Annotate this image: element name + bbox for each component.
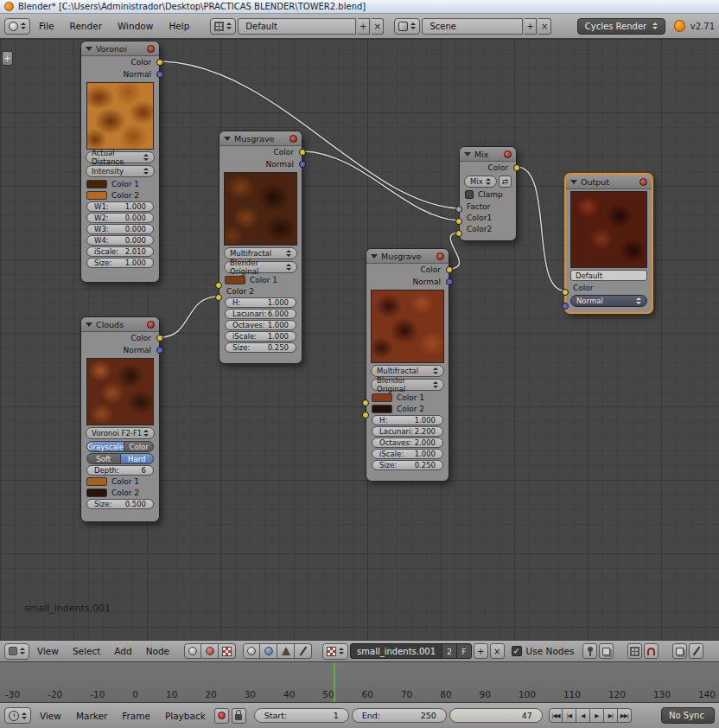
normal-input-socket[interactable] bbox=[562, 303, 569, 310]
preview-sphere-icon[interactable] bbox=[504, 150, 512, 158]
soft-toggle[interactable]: Soft bbox=[86, 453, 121, 464]
collapse-icon[interactable] bbox=[371, 254, 378, 259]
w3-slider[interactable]: W3:0.000 bbox=[86, 224, 154, 234]
jump-to-end-button[interactable]: ▶▶| bbox=[618, 708, 632, 723]
preview-sphere-icon[interactable] bbox=[147, 45, 155, 53]
depth-slider[interactable]: Depth:6 bbox=[86, 465, 154, 476]
color1-input-socket[interactable] bbox=[362, 399, 369, 406]
color-output-socket[interactable] bbox=[156, 335, 163, 342]
color2-swatch[interactable] bbox=[372, 405, 392, 413]
node-mix-header[interactable]: Mix bbox=[460, 147, 516, 162]
toolbar-expand-tab[interactable]: + bbox=[2, 51, 13, 66]
fake-user-button[interactable]: F bbox=[456, 644, 470, 658]
node-mix[interactable]: Mix Color Mix ⇄ Clamp Factor Color1 Colo… bbox=[459, 146, 517, 241]
texture-type-brush-button[interactable] bbox=[277, 643, 295, 659]
size-slider[interactable]: Size:0.500 bbox=[86, 499, 154, 509]
compositing-tree-button[interactable] bbox=[201, 643, 219, 659]
shader-tree-button[interactable] bbox=[184, 643, 201, 659]
color2-input-socket[interactable] bbox=[362, 412, 369, 418]
scene-selector[interactable]: Scene bbox=[422, 18, 523, 35]
use-nodes-checkbox[interactable]: ✓ bbox=[512, 646, 522, 656]
octaves-slider[interactable]: Octaves:2.000 bbox=[372, 437, 443, 448]
distance-metric-dropdown[interactable]: Actual Distance bbox=[86, 151, 155, 163]
node-voronoi-header[interactable]: Voronoi bbox=[81, 42, 159, 56]
iscale-slider[interactable]: iScale:1.000 bbox=[225, 331, 296, 342]
node-clouds-header[interactable]: Clouds bbox=[81, 317, 159, 332]
node-musgrave-1[interactable]: Musgrave Color Normal Multifractal Blend… bbox=[219, 131, 302, 364]
add-layout-button[interactable]: + bbox=[358, 18, 370, 35]
texture-type-linestyle-button[interactable] bbox=[295, 643, 312, 659]
node-musgrave1-header[interactable]: Musgrave bbox=[220, 131, 302, 146]
editor-type-button[interactable] bbox=[4, 18, 30, 35]
copy-nodes-button[interactable] bbox=[672, 643, 687, 659]
collapse-icon[interactable] bbox=[86, 47, 92, 51]
color-output-socket[interactable] bbox=[446, 266, 453, 273]
color2-swatch[interactable] bbox=[86, 191, 107, 200]
h-slider[interactable]: H:1.000 bbox=[225, 297, 296, 308]
texture-type-world-button[interactable] bbox=[260, 643, 277, 659]
timeline-ruler[interactable]: -30 -20 -10 0 10 20 30 40 50 60 70 80 90… bbox=[0, 662, 719, 702]
color1-swatch[interactable] bbox=[225, 276, 245, 284]
menu-window[interactable]: Window bbox=[111, 21, 160, 31]
color1-swatch[interactable] bbox=[86, 477, 107, 486]
editor-type-button[interactable] bbox=[4, 707, 31, 724]
lacunarity-slider[interactable]: Lacunari:6.000 bbox=[225, 309, 296, 319]
normal-output-socket[interactable] bbox=[156, 347, 163, 354]
preview-sphere-icon[interactable] bbox=[639, 178, 647, 186]
node-musgrave-2[interactable]: Musgrave Color Normal Multifractal Blend… bbox=[366, 248, 449, 482]
lacunarity-slider[interactable]: Lacunari:2.200 bbox=[372, 426, 443, 437]
collapse-icon[interactable] bbox=[464, 152, 471, 156]
sync-mode-dropdown[interactable]: No Sync bbox=[661, 707, 715, 724]
users-count-button[interactable]: 2 bbox=[442, 644, 456, 658]
menu-node[interactable]: Node bbox=[140, 646, 175, 656]
color1-input-socket[interactable] bbox=[455, 218, 462, 225]
screen-layout-icon-button[interactable] bbox=[210, 18, 236, 35]
hard-toggle[interactable]: Hard bbox=[121, 453, 155, 464]
color1-swatch[interactable] bbox=[372, 393, 392, 402]
node-editor-canvas[interactable]: + small_indents.001 Voronoi Color Normal… bbox=[0, 39, 719, 640]
w1-slider[interactable]: W1:1.000 bbox=[86, 201, 154, 212]
texture-name-field[interactable]: small_indents.001 bbox=[351, 647, 442, 656]
menu-select[interactable]: Select bbox=[67, 646, 106, 656]
node-musgrave2-header[interactable]: Musgrave bbox=[366, 249, 449, 264]
color-output-socket[interactable] bbox=[513, 164, 520, 171]
noise-basis-dropdown[interactable]: Voronoi F2-F1 bbox=[86, 427, 155, 439]
normal-output-socket[interactable] bbox=[446, 278, 453, 285]
menu-view[interactable]: View bbox=[34, 711, 67, 721]
color1-swatch[interactable] bbox=[86, 180, 107, 188]
menu-marker[interactable]: Marker bbox=[70, 711, 113, 721]
delete-layout-button[interactable]: × bbox=[372, 18, 384, 35]
color1-input-socket[interactable] bbox=[215, 282, 222, 289]
snap-toggle-button[interactable] bbox=[644, 643, 659, 659]
h-slider[interactable]: H:1.000 bbox=[372, 415, 443, 425]
coloring-dropdown[interactable]: Intensity bbox=[86, 165, 155, 177]
menu-frame[interactable]: Frame bbox=[116, 711, 156, 721]
texture-tree-button[interactable] bbox=[219, 643, 236, 659]
normal-output-socket[interactable] bbox=[299, 161, 306, 168]
current-frame-field[interactable]: 47 bbox=[449, 708, 543, 723]
collapse-icon[interactable] bbox=[224, 137, 231, 141]
menu-playback[interactable]: Playback bbox=[159, 711, 212, 721]
editor-type-button[interactable] bbox=[4, 643, 29, 660]
node-voronoi[interactable]: Voronoi Color Normal Actual Distance Int… bbox=[80, 41, 160, 283]
menu-view[interactable]: View bbox=[31, 646, 65, 656]
color-output-socket[interactable] bbox=[156, 59, 163, 66]
jump-to-start-button[interactable]: |◀◀ bbox=[549, 708, 563, 723]
end-frame-field[interactable]: End:250 bbox=[352, 708, 447, 723]
next-keyframe-button[interactable]: ▶| bbox=[604, 708, 618, 723]
color2-input-socket[interactable] bbox=[455, 230, 462, 237]
paste-nodes-button[interactable] bbox=[689, 643, 703, 659]
record-button[interactable] bbox=[214, 708, 229, 724]
size-slider[interactable]: Size:0.250 bbox=[372, 460, 443, 470]
color-input-socket[interactable] bbox=[562, 289, 569, 296]
start-frame-field[interactable]: Start:1 bbox=[254, 708, 349, 723]
size-slider[interactable]: Size:1.000 bbox=[86, 258, 154, 268]
menu-help[interactable]: Help bbox=[162, 21, 196, 31]
output-name-field[interactable]: Default bbox=[570, 270, 647, 281]
color-toggle[interactable]: Color bbox=[124, 441, 154, 452]
preview-sphere-icon[interactable] bbox=[147, 321, 155, 329]
go-parent-tree-button[interactable] bbox=[599, 643, 614, 659]
preview-sphere-icon[interactable] bbox=[436, 252, 444, 260]
unlink-texture-button[interactable]: × bbox=[490, 643, 505, 659]
play-reverse-button[interactable]: ◀ bbox=[576, 708, 590, 723]
